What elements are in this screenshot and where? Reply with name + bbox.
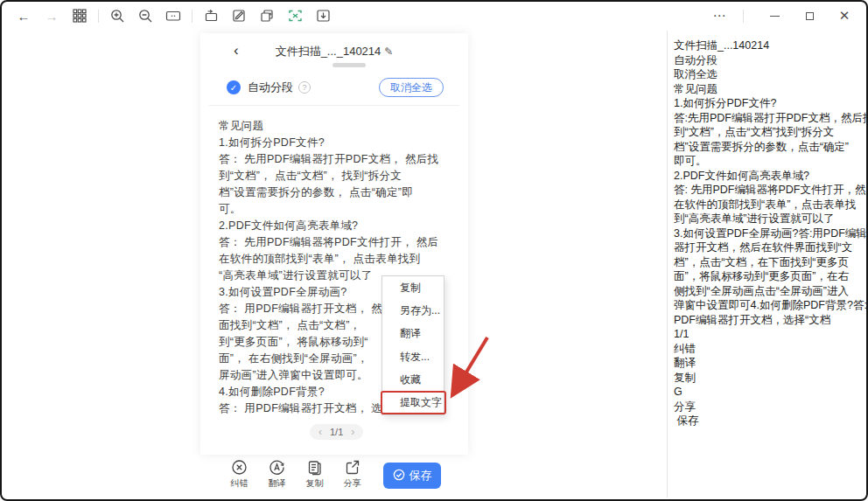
auto-segment-label: 自动分段: [248, 80, 293, 95]
menu-item-copy[interactable]: 复制: [382, 276, 444, 299]
doc-line: 常见问题: [219, 118, 457, 135]
copy-button[interactable]: 复制: [296, 459, 333, 490]
doc-line: 答： 先用PDF编辑器将PDF文件打开， 然后: [219, 234, 457, 251]
extracted-line: 文件扫描_...140214: [674, 38, 866, 53]
doc-line: 在软件的顶部找到“表单”， 点击表单找到: [219, 251, 457, 268]
minimize-icon[interactable]: [763, 4, 786, 27]
rotate-crop-icon[interactable]: [200, 4, 222, 27]
correct-button[interactable]: 纠错: [220, 459, 258, 490]
drag-handle[interactable]: [332, 63, 366, 67]
zoom-out-icon[interactable]: [134, 4, 157, 27]
app-window: ← →: [0, 0, 868, 501]
segment-controls-row: ✓ 自动分段 ? 取消全选: [227, 77, 444, 98]
toolbar-separator: [743, 10, 744, 23]
extracted-line: PDF编辑器打开文档，选择“文档: [674, 313, 866, 328]
cancel-select-all-button[interactable]: 取消全选: [379, 78, 444, 97]
extracted-line: 1/1: [674, 327, 866, 342]
auto-segment-checkbox[interactable]: ✓: [227, 80, 241, 94]
extracted-line: 2.PDF文件如何高亮表单域?: [674, 169, 866, 184]
back-icon[interactable]: ←: [12, 4, 35, 27]
extracted-line: 1.如何拆分PDF文件?: [674, 96, 866, 111]
doc-line: 可。: [219, 201, 457, 218]
extracted-line: 即可。: [674, 154, 866, 169]
apps-grid-icon[interactable]: [68, 4, 91, 27]
pagination: ‹ 1/1 ›: [310, 424, 363, 440]
share-button[interactable]: 分享: [333, 459, 371, 490]
extracted-line: 答:先用PDF编辑器打开PDF文档，然后找: [674, 111, 866, 126]
extracted-line: 自动分段: [674, 53, 866, 68]
context-menu: 复制 另存为... 翻译 转发... 收藏 提取文字: [382, 275, 444, 415]
copy-icon: [306, 459, 323, 476]
extracted-line: 保存: [674, 414, 866, 428]
doc-line: 1.如何拆分PDF文件?: [219, 135, 457, 151]
toolbar-separator: [192, 10, 192, 23]
more-icon[interactable]: ⋯: [708, 4, 731, 27]
doc-line: 档”设置需要拆分的参数， 点击“确定”即: [219, 184, 457, 201]
titlebar: ← →: [2, 2, 866, 30]
menu-item-extract-text[interactable]: 提取文字: [382, 392, 444, 414]
doc-line: 到“文档”， 点击“文档”， 找到“拆分文: [219, 168, 457, 184]
extracted-line: 常见问题: [674, 82, 866, 97]
page-indicator: 1/1: [330, 427, 343, 437]
share-icon: [344, 459, 360, 476]
translate-icon: [269, 459, 285, 476]
prev-page-icon[interactable]: ‹: [318, 426, 322, 438]
zoom-in-icon[interactable]: [106, 4, 129, 27]
extracted-line: 到“高亮表单域”进行设置就可以了: [674, 212, 866, 226]
document-title: 文件扫描_..._140214✎: [200, 44, 468, 59]
extracted-line: 面”，将鼠标移动到“更多页面”，在右: [674, 269, 866, 284]
menu-item-forward[interactable]: 转发...: [382, 345, 444, 368]
extracted-line: 分享: [674, 400, 866, 414]
extracted-line: 复制: [674, 371, 866, 386]
duplicate-icon[interactable]: [256, 4, 278, 27]
extracted-text-panel[interactable]: 文件扫描_...140214 自动分段 取消全选 常见问题 1.如何拆分PDF文…: [674, 38, 866, 494]
extracted-line: 档”设置需要拆分的参数，点击“确定”: [674, 140, 866, 155]
download-icon[interactable]: [312, 4, 334, 27]
close-icon[interactable]: ✕: [833, 4, 856, 27]
menu-item-translate[interactable]: 翻译: [382, 323, 444, 345]
extracted-line: 器打开文档，然后在软件界面找到“文: [674, 240, 866, 255]
scan-extract-icon[interactable]: [284, 4, 306, 27]
save-button[interactable]: 保存: [383, 463, 441, 489]
menu-item-save-as[interactable]: 另存为...: [382, 299, 444, 322]
next-page-icon[interactable]: ›: [351, 426, 354, 438]
extracted-line: 取消全选: [674, 67, 866, 82]
extracted-line: 纠错: [674, 342, 866, 357]
extracted-line: 弹窗中设置即可4.如何删除PDF背景?答:用: [674, 298, 866, 313]
menu-item-favorite[interactable]: 收藏: [382, 368, 444, 391]
extracted-line: 翻译: [674, 356, 866, 371]
edit-icon[interactable]: [228, 4, 250, 27]
correct-icon: [231, 459, 248, 476]
rename-pencil-icon[interactable]: ✎: [384, 45, 393, 58]
save-check-icon: [393, 469, 405, 484]
row-divider: [209, 105, 459, 106]
translate-button[interactable]: 翻译: [258, 459, 296, 490]
forward-icon[interactable]: →: [40, 4, 63, 27]
panel-divider: [667, 31, 668, 498]
extracted-line: 答: 先用PDF编辑器将PDF文件打开，然后: [674, 183, 866, 198]
extracted-line: 3.如何设置PDF全屏动画?答:用PDF编辑: [674, 226, 866, 241]
extracted-line: 侧找到“全屏动画点击“全屏动画”进入: [674, 284, 866, 299]
toolbar-separator: [98, 10, 99, 23]
extracted-line: G: [674, 385, 866, 400]
extracted-line: 档”，点击“文档，在下面找到“更多页: [674, 255, 866, 270]
doc-line: 答： 先用PDF编辑器打开PDF文档， 然后找: [219, 151, 457, 168]
doc-line: 2.PDF文件如何高亮表单域?: [219, 218, 457, 234]
help-icon[interactable]: ?: [298, 81, 311, 94]
extracted-line: 到“文档”，点击“文档”找到“拆分文: [674, 125, 866, 140]
fit-width-icon[interactable]: [162, 4, 185, 27]
extracted-line: 在软件的顶部找到“表单”，点击表单找: [674, 198, 866, 212]
document-header: ‹ 文件扫描_..._140214✎: [200, 42, 468, 61]
window-controls: ⋯ ✕: [696, 4, 856, 27]
maximize-icon[interactable]: [798, 4, 821, 27]
